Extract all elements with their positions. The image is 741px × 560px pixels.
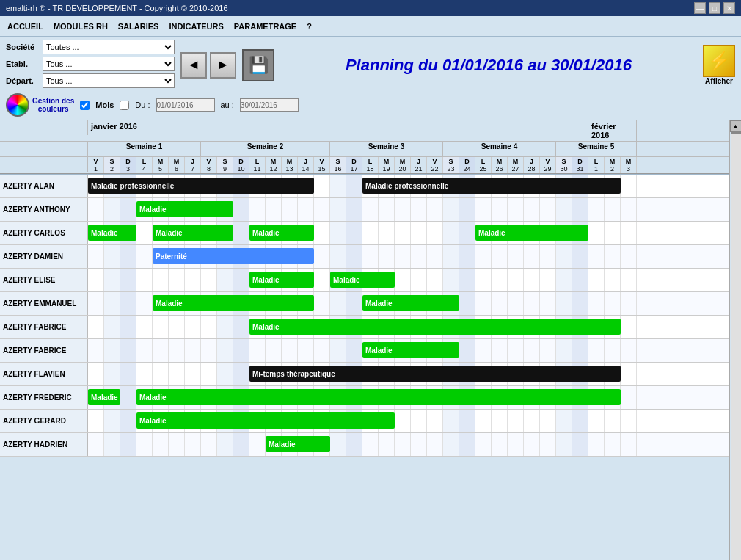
employee-days: Maladie	[88, 433, 729, 456]
event-bar[interactable]: Maladie	[249, 225, 314, 241]
day-slot	[621, 316, 637, 338]
day-header-24: L25	[475, 157, 492, 173]
day-header-17: L18	[362, 157, 379, 173]
day-slot	[346, 339, 362, 362]
day-header-32: M2	[605, 157, 621, 173]
event-bar[interactable]: Maladie professionnelle	[362, 178, 621, 194]
day-slot	[524, 292, 540, 315]
event-bar[interactable]: Maladie	[153, 225, 233, 241]
depart-select[interactable]: Tous ...	[43, 73, 175, 88]
mois-checkbox[interactable]	[80, 101, 90, 110]
day-slot	[605, 198, 621, 221]
employee-days: Paternité	[88, 245, 729, 268]
event-bar[interactable]: Maladie	[249, 319, 621, 335]
menu-item-parametrage[interactable]: PARAMETRAGE	[230, 21, 301, 32]
minimize-button[interactable]: —	[694, 2, 706, 14]
day-slot	[621, 363, 637, 385]
day-slot	[201, 363, 217, 385]
color-wheel-icon[interactable]	[6, 93, 29, 117]
calendar-header: janvier 2016février 2016Semaine 1Semaine…	[0, 120, 729, 175]
data-area[interactable]: AZERTY ALANMaladie professionnelleMaladi…	[0, 175, 729, 560]
main-content: janvier 2016février 2016Semaine 1Semaine…	[0, 120, 741, 560]
menu-item-salaries[interactable]: SALARIES	[114, 21, 164, 32]
au-label: au :	[221, 101, 234, 109]
day-slot	[282, 198, 298, 221]
day-slot	[395, 222, 411, 244]
months-row: janvier 2016février 2016	[0, 120, 729, 142]
day-slot	[217, 339, 233, 362]
day-slot	[169, 269, 185, 291]
week-header-3: Semaine 3	[330, 142, 443, 156]
date-to-input[interactable]	[240, 98, 299, 112]
day-slot	[540, 198, 556, 221]
event-bar[interactable]: Paternité	[153, 248, 314, 264]
event-bar[interactable]: Maladie	[330, 272, 395, 288]
event-bar[interactable]: Maladie	[88, 225, 136, 241]
day-slot	[330, 245, 346, 268]
day-slot	[395, 410, 411, 432]
event-bar[interactable]: Maladie	[249, 272, 314, 288]
event-bar[interactable]: Maladie	[136, 201, 233, 217]
employee-name: AZERTY FLAVIEN	[0, 363, 88, 385]
day-header-15: S16	[330, 157, 346, 173]
close-button[interactable]: ✕	[723, 2, 735, 14]
date-from-input[interactable]	[156, 98, 215, 112]
employee-name: AZERTY EMMANUEL	[0, 292, 88, 315]
day-slot	[621, 198, 637, 221]
maximize-button[interactable]: □	[709, 2, 720, 14]
afficher-button[interactable]: ⚡ Afficher	[703, 45, 735, 85]
day-slot	[379, 198, 395, 221]
menu-item-accueil[interactable]: ACCUEIL	[3, 21, 48, 32]
day-slot	[88, 363, 104, 385]
event-bar[interactable]: Mi-temps thérapeutique	[249, 366, 621, 382]
day-header-31: L1	[588, 157, 605, 173]
day-slot	[88, 198, 104, 221]
prev-button[interactable]: ◄	[180, 52, 207, 79]
event-bar[interactable]: Maladie	[362, 342, 459, 358]
event-bar[interactable]: Maladie	[266, 436, 330, 452]
week-header-4: Semaine 4	[443, 142, 556, 156]
day-slot	[233, 316, 249, 338]
event-bar[interactable]: Maladie	[153, 295, 314, 311]
day-slot	[621, 339, 637, 362]
day-slot	[588, 198, 605, 221]
vertical-scrollbar[interactable]: ▲ ▼	[729, 120, 741, 560]
menu-item-modules-rh[interactable]: MODULES RH	[49, 21, 112, 32]
week-header-1: Semaine 1	[88, 142, 201, 156]
event-bar[interactable]: Maladie	[136, 412, 395, 429]
event-bar[interactable]: Maladie	[475, 225, 588, 241]
day-slot	[153, 363, 169, 385]
employee-name: AZERTY ELISE	[0, 269, 88, 291]
societe-select[interactable]: Toutes ...	[43, 40, 175, 54]
day-slot	[427, 433, 443, 456]
scroll-up-button[interactable]: ▲	[730, 120, 742, 132]
scroll-thumb[interactable]	[731, 132, 741, 134]
event-bar[interactable]: Maladie professionnelle	[88, 178, 314, 194]
day-header-28: V29	[540, 157, 556, 173]
etabl-select[interactable]: Tous ...	[43, 57, 175, 71]
event-bar[interactable]: Maladie	[88, 389, 120, 405]
day-slot	[459, 292, 475, 315]
day-slot	[443, 245, 459, 268]
next-button[interactable]: ►	[210, 52, 236, 79]
options-row: Gestion descouleurs Mois Du : au :	[6, 93, 735, 117]
employee-name: AZERTY CARLOS	[0, 222, 88, 244]
day-slot	[233, 339, 249, 362]
du-checkbox[interactable]	[120, 101, 129, 110]
menu-item-indicateurs[interactable]: INDICATEURS	[164, 21, 227, 32]
day-slot	[104, 198, 120, 221]
day-slot	[185, 339, 201, 362]
day-slot	[524, 410, 540, 432]
day-slot	[605, 245, 621, 268]
event-bar[interactable]: Maladie	[136, 389, 621, 405]
day-slot	[379, 222, 395, 244]
day-header-3: L4	[136, 157, 153, 173]
day-slot	[556, 198, 572, 221]
menu-item-aide[interactable]: ?	[302, 21, 316, 32]
day-slot	[524, 269, 540, 291]
event-bar[interactable]: Maladie	[362, 295, 459, 311]
day-slot	[443, 433, 459, 456]
day-slot	[621, 245, 637, 268]
day-slot	[605, 433, 621, 456]
day-slot	[201, 269, 217, 291]
